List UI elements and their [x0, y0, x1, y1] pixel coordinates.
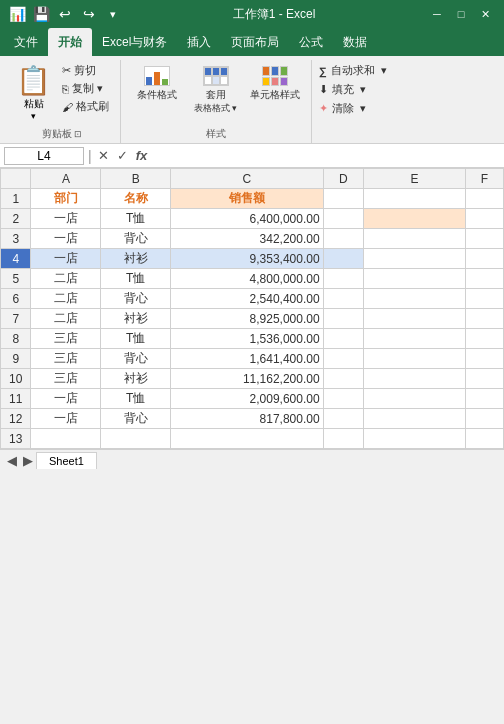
cell-c13[interactable] [171, 429, 323, 449]
cell-a2[interactable]: 一店 [31, 209, 101, 229]
cell-b13[interactable] [101, 429, 171, 449]
row-num-9[interactable]: 9 [1, 349, 31, 369]
sheet-tab-1[interactable]: Sheet1 [36, 452, 97, 469]
cell-e7[interactable] [364, 309, 466, 329]
cell-a1[interactable]: 部门 [31, 189, 101, 209]
format-painter-button[interactable]: 🖌 格式刷 [59, 98, 112, 115]
cell-c11[interactable]: 2,009,600.00 [171, 389, 323, 409]
cell-e3[interactable] [364, 229, 466, 249]
cell-a11[interactable]: 一店 [31, 389, 101, 409]
auto-sum-button[interactable]: ∑ 自动求和 ▾ [316, 62, 496, 79]
cell-d10[interactable] [323, 369, 364, 389]
cell-c8[interactable]: 1,536,000.00 [171, 329, 323, 349]
confirm-formula-icon[interactable]: ✓ [115, 148, 130, 163]
cell-e11[interactable] [364, 389, 466, 409]
cell-d7[interactable] [323, 309, 364, 329]
save-icon[interactable]: 💾 [32, 5, 50, 23]
cell-b3[interactable]: 背心 [101, 229, 171, 249]
cell-d5[interactable] [323, 269, 364, 289]
cell-f6[interactable] [465, 289, 503, 309]
col-header-d[interactable]: D [323, 169, 364, 189]
cell-b5[interactable]: T恤 [101, 269, 171, 289]
cell-c7[interactable]: 8,925,000.00 [171, 309, 323, 329]
cut-button[interactable]: ✂ 剪切 [59, 62, 112, 79]
cell-e6[interactable] [364, 289, 466, 309]
cell-b11[interactable]: T恤 [101, 389, 171, 409]
tab-page-layout[interactable]: 页面布局 [221, 28, 289, 56]
cell-a4[interactable]: 一店 [31, 249, 101, 269]
row-num-7[interactable]: 7 [1, 309, 31, 329]
cell-b8[interactable]: T恤 [101, 329, 171, 349]
cell-f10[interactable] [465, 369, 503, 389]
cell-b2[interactable]: T恤 [101, 209, 171, 229]
cell-b7[interactable]: 衬衫 [101, 309, 171, 329]
tab-data[interactable]: 数据 [333, 28, 377, 56]
cell-d4[interactable] [323, 249, 364, 269]
cell-d11[interactable] [323, 389, 364, 409]
cell-f2[interactable] [465, 209, 503, 229]
cell-f11[interactable] [465, 389, 503, 409]
cell-d12[interactable] [323, 409, 364, 429]
undo-icon[interactable]: ↩ [56, 5, 74, 23]
cell-e12[interactable] [364, 409, 466, 429]
cell-b6[interactable]: 背心 [101, 289, 171, 309]
col-header-a[interactable]: A [31, 169, 101, 189]
maximize-btn[interactable]: □ [450, 6, 472, 22]
cell-a8[interactable]: 三店 [31, 329, 101, 349]
clipboard-expand-icon[interactable]: ⊡ [74, 129, 82, 139]
row-num-1[interactable]: 1 [1, 189, 31, 209]
tab-excel-finance[interactable]: Excel与财务 [92, 28, 177, 56]
cell-f9[interactable] [465, 349, 503, 369]
cell-f13[interactable] [465, 429, 503, 449]
cell-d8[interactable] [323, 329, 364, 349]
row-num-6[interactable]: 6 [1, 289, 31, 309]
cell-style-button[interactable]: 单元格样式 [247, 62, 303, 117]
cell-a12[interactable]: 一店 [31, 409, 101, 429]
cell-e2[interactable] [364, 209, 466, 229]
fill-button[interactable]: ⬇ 填充 ▾ [316, 81, 496, 98]
cell-d6[interactable] [323, 289, 364, 309]
row-num-10[interactable]: 10 [1, 369, 31, 389]
cell-c1[interactable]: 销售额 [171, 189, 323, 209]
cell-a6[interactable]: 二店 [31, 289, 101, 309]
name-box[interactable] [4, 147, 84, 165]
cell-c3[interactable]: 342,200.00 [171, 229, 323, 249]
row-num-11[interactable]: 11 [1, 389, 31, 409]
cell-f1[interactable] [465, 189, 503, 209]
clear-button[interactable]: ✦ 清除 ▾ [316, 100, 496, 117]
cell-a10[interactable]: 三店 [31, 369, 101, 389]
cell-f8[interactable] [465, 329, 503, 349]
formula-input[interactable] [153, 149, 500, 163]
cell-e10[interactable] [364, 369, 466, 389]
redo-icon[interactable]: ↪ [80, 5, 98, 23]
cell-d13[interactable] [323, 429, 364, 449]
col-header-b[interactable]: B [101, 169, 171, 189]
cell-a9[interactable]: 三店 [31, 349, 101, 369]
row-num-12[interactable]: 12 [1, 409, 31, 429]
cell-c2[interactable]: 6,400,000.00 [171, 209, 323, 229]
cell-e5[interactable] [364, 269, 466, 289]
cell-e9[interactable] [364, 349, 466, 369]
close-btn[interactable]: ✕ [474, 6, 496, 22]
tab-file[interactable]: 文件 [4, 28, 48, 56]
cell-b12[interactable]: 背心 [101, 409, 171, 429]
col-header-c[interactable]: C [171, 169, 323, 189]
cell-a7[interactable]: 二店 [31, 309, 101, 329]
tab-home[interactable]: 开始 [48, 28, 92, 56]
row-num-2[interactable]: 2 [1, 209, 31, 229]
cell-f7[interactable] [465, 309, 503, 329]
cell-b9[interactable]: 背心 [101, 349, 171, 369]
row-num-3[interactable]: 3 [1, 229, 31, 249]
cell-e8[interactable] [364, 329, 466, 349]
cell-f3[interactable] [465, 229, 503, 249]
cell-a13[interactable] [31, 429, 101, 449]
cell-c9[interactable]: 1,641,400.00 [171, 349, 323, 369]
sheet-nav-left[interactable]: ◀ [4, 453, 20, 468]
cell-d1[interactable] [323, 189, 364, 209]
row-num-13[interactable]: 13 [1, 429, 31, 449]
cell-b10[interactable]: 衬衫 [101, 369, 171, 389]
cell-b1[interactable]: 名称 [101, 189, 171, 209]
cell-a3[interactable]: 一店 [31, 229, 101, 249]
cell-c4[interactable]: 9,353,400.00 [171, 249, 323, 269]
more-icon[interactable]: ▾ [104, 5, 122, 23]
